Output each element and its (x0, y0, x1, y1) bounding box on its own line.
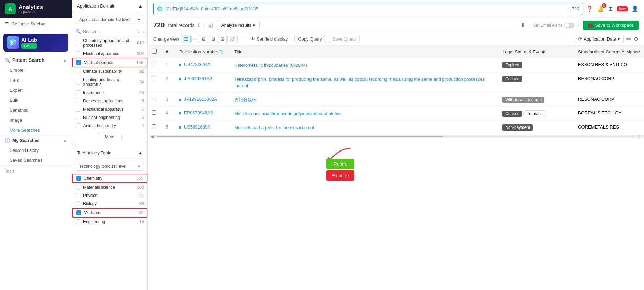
filter-checkbox[interactable] (76, 99, 80, 103)
tech-filter-checkbox[interactable] (76, 176, 81, 181)
tech-filter-checkbox[interactable] (76, 201, 80, 206)
view-compact-button[interactable]: ≡ (191, 35, 199, 43)
view-table-button[interactable]: ⊟ (209, 35, 217, 43)
sidebar-item-more-searches[interactable]: More Searches (0, 125, 72, 135)
filter-checkbox[interactable] (76, 80, 80, 85)
select-all-checkbox[interactable] (152, 49, 157, 54)
tech-filter-item[interactable]: Physics 141 (72, 191, 147, 200)
row-checkbox[interactable] (152, 97, 156, 101)
filter-item[interactable]: Lighting and heating apparatus 34 (72, 76, 147, 89)
email-alerts-toggle[interactable] (564, 23, 575, 28)
filter-checkbox[interactable] (76, 115, 80, 120)
publication-number-link[interactable]: EP0673946A2 (184, 110, 213, 115)
filter-item[interactable]: Medical science 166 (72, 58, 147, 67)
filter-checkbox[interactable] (76, 90, 80, 95)
filter-checkbox[interactable] (76, 51, 80, 56)
info-icon[interactable]: ℹ (198, 23, 200, 28)
scroll-left-icon[interactable]: ◀ (150, 134, 154, 139)
row-checkbox[interactable] (152, 110, 156, 115)
sidebar-item-simple[interactable]: Simple (0, 65, 72, 75)
filter-item[interactable]: Chemistry apparatus and processes 612 (72, 36, 147, 49)
filter-checkbox[interactable] (76, 69, 80, 74)
filter-checkbox[interactable] (76, 123, 80, 128)
tech-filter-checkbox[interactable] (76, 219, 80, 224)
tech-filter-checkbox[interactable] (76, 185, 80, 190)
title-link[interactable]: Methods and agents for the extraction of (234, 125, 314, 130)
tech-topic-dropdown[interactable]: Technology topic 1st level ▾ (76, 162, 144, 171)
notifications-icon-button[interactable]: 🔔 6 (597, 5, 604, 12)
columns-icon[interactable]: ⋮ (637, 134, 641, 139)
tech-filter-item[interactable]: Biology 83 (72, 200, 147, 208)
filter-item[interactable]: Animal husbandry 4 (72, 122, 147, 130)
app-date-button[interactable]: ⟳ Application Date ▾ (575, 35, 624, 43)
filter-item[interactable]: Domestic applications 6 (72, 97, 147, 105)
save-query-button[interactable]: Save Query (329, 35, 360, 43)
set-field-display-button[interactable]: 👁 Set field display (247, 35, 292, 43)
filter-item[interactable]: Mechanical apparatus 5 (72, 105, 147, 113)
view-list-button[interactable]: ☰ (182, 35, 191, 43)
collapse-sidebar-button[interactable]: ☰ Collapse Sidebar (0, 18, 72, 30)
pencil-button[interactable]: ✏ (626, 36, 631, 42)
tech-filter-item[interactable]: Materials science 303 (72, 183, 147, 191)
sidebar-item-image[interactable]: Image (0, 115, 72, 125)
user-icon-button[interactable]: 👤 (632, 5, 639, 12)
col-pub-num-header[interactable]: Publication Number ⇅ (175, 45, 230, 58)
filter-checkbox[interactable] (76, 60, 81, 65)
more-button[interactable]: More (98, 133, 122, 141)
settings-button[interactable]: ⚙ (634, 36, 639, 42)
sidebar-item-patent-search[interactable]: 🔍 Patent Search ▲ (0, 55, 72, 65)
chevron-up-domain-icon[interactable]: ▲ (138, 3, 143, 9)
publication-number-link[interactable]: JP1991013382A (184, 97, 217, 102)
save-to-workspace-button[interactable]: 💼 Save to Workspace (583, 21, 639, 30)
view-grid-button[interactable]: ⊞ (200, 35, 208, 43)
title-link[interactable]: Heterometallic thiocubanes (C-2044) (234, 63, 307, 68)
sidebar-item-semantic[interactable]: Semantic (0, 105, 72, 115)
assignee-cell: EXXON RES & ENG CO (574, 58, 644, 72)
analyze-results-button[interactable]: Analyze results ▾ (217, 21, 260, 30)
table-row: 4 EP0673946A2 Metallocenes and their use… (148, 107, 644, 121)
ai-lab-go-button[interactable]: Go → (21, 43, 37, 49)
tech-filter-checkbox[interactable] (76, 210, 81, 215)
sort-filter-2-icon[interactable]: ↕ (143, 29, 145, 34)
sidebar-item-bulk[interactable]: Bulk (0, 95, 72, 105)
filter-checkbox[interactable] (76, 41, 80, 45)
filter-search-input[interactable] (83, 29, 135, 34)
tech-filter-item[interactable]: Medicine 82 (72, 208, 147, 218)
view-chart-button[interactable]: 📈 (227, 35, 238, 43)
apps-icon-button[interactable]: ⊞ (608, 5, 613, 12)
view-split-button[interactable]: ⊠ (218, 35, 227, 43)
filter-item[interactable]: Electrical apparatus 304 (72, 49, 147, 58)
row-checkbox[interactable] (152, 62, 156, 66)
sort-filter-icon[interactable]: ⇅ (137, 29, 140, 34)
sidebar-item-expert[interactable]: Expert (0, 85, 72, 95)
filter-item[interactable]: Nuclear engineering 5 (72, 113, 147, 122)
refine-button[interactable]: Refine (326, 159, 354, 169)
publication-number-link[interactable]: JP0344891A2 (184, 76, 212, 81)
sidebar-item-search-history[interactable]: Search History (0, 145, 72, 155)
sidebar-item-my-searches[interactable]: 🕐 My Searches ▲ (0, 135, 72, 145)
row-checkbox[interactable] (152, 76, 156, 80)
filter-item[interactable]: Instruments 26 (72, 89, 147, 97)
filter-checkbox[interactable] (76, 107, 80, 112)
download-button[interactable]: ⬇ (521, 22, 525, 29)
app-domain-dropdown[interactable]: Application domain 1st level ▾ (76, 15, 144, 24)
horizontal-scrollbar[interactable] (157, 136, 634, 137)
tech-filter-item[interactable]: Engineering 16 (72, 218, 147, 226)
help-icon-button[interactable]: ❓ (586, 5, 593, 12)
title-link[interactable]: Metallocenes and their use in polymeriza… (234, 111, 341, 116)
sidebar-item-field[interactable]: Field (0, 75, 72, 85)
filter-item[interactable]: Climate sustainability 92 (72, 67, 147, 76)
transfer-badge[interactable]: Transfer (523, 110, 545, 117)
publication-number-link[interactable]: US5891689A (184, 124, 211, 130)
copy-query-button[interactable]: Copy Query (294, 35, 326, 43)
row-checkbox[interactable] (152, 124, 156, 129)
sidebar-item-saved-searches[interactable]: Saved Searches (0, 155, 72, 165)
ai-lab-banner[interactable]: 🧊 AI Lab Go → (3, 34, 68, 52)
tech-filter-checkbox[interactable] (76, 193, 80, 198)
publication-number-link[interactable]: US4730064A (184, 62, 211, 67)
chevron-up-tech-icon[interactable]: ▲ (138, 150, 143, 155)
title-link[interactable]: 光記録媒体 (234, 97, 257, 102)
exclude-button[interactable]: Exclude (326, 170, 354, 181)
tech-filter-item[interactable]: Chemistry 565 (72, 174, 147, 183)
title-link[interactable]: Tetraazaporphin, process for producing t… (234, 77, 485, 89)
